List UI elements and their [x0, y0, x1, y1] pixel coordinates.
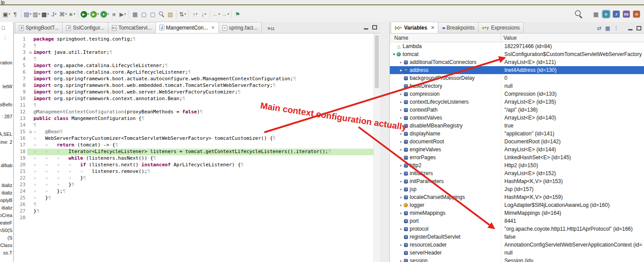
variable-row-address[interactable]: ▸addressInet4Address (id=130): [390, 66, 644, 74]
variable-row-compression[interactable]: ▸compressionCompression (id=133): [390, 90, 644, 98]
line-number[interactable]: 14: [14, 122, 27, 129]
variables-tree[interactable]: △Lambda1822971466 (id=84)▾tomcatSslConfi…: [390, 42, 644, 262]
dropdown-arrow-icon[interactable]: ▾: [38, 12, 40, 16]
dropdown-arrow-icon[interactable]: ▾: [196, 12, 198, 16]
code-line[interactable]: » » return·(tomcat)·->·{¶: [33, 142, 374, 149]
open-resource-icon[interactable]: ▧: [166, 9, 174, 19]
tree-item-fragment[interactable]: A,SEL: [0, 131, 12, 137]
variable-row-resourceLoader[interactable]: ▸resourceLoaderAnnotationConfigServletWe…: [390, 241, 644, 249]
dropdown-arrow-icon[interactable]: ▾: [74, 12, 75, 16]
variable-row-protocol[interactable]: ▸protocol"org.apache.coyote.http11.Http1…: [390, 225, 644, 233]
line-number[interactable]: 13: [14, 116, 27, 122]
left-view-menu-icon[interactable]: ⋮: [3, 35, 7, 41]
tree-item-fragment[interactable]: oCrea: [0, 213, 12, 218]
line-number-gutter[interactable]: 1234567891011121314151617181920212223242…: [14, 34, 27, 262]
open-console-icon[interactable]: ▤▾: [23, 9, 32, 19]
dropdown-arrow-icon[interactable]: ▾: [228, 12, 229, 16]
fold-marker-icon[interactable]: ⊖: [27, 49, 33, 56]
code-line[interactable]: import·java.util.Iterator;¶: [33, 49, 374, 56]
line-number[interactable]: 28: [14, 215, 27, 221]
code-content[interactable]: package·springboot.testing.config;¶¶impo…: [33, 34, 374, 262]
editor-tab-3[interactable]: JMangementCon...✕: [155, 22, 219, 33]
line-number[interactable]: 3: [14, 49, 27, 56]
print-icon[interactable]: ▦: [131, 9, 139, 19]
tab-variables[interactable]: (x)=Variables✕: [391, 22, 438, 33]
expander-icon[interactable]: ▸: [399, 131, 403, 136]
menu-bar[interactable]: lp: [0, 0, 644, 5]
line-number[interactable]: 2: [14, 43, 27, 49]
run-icon[interactable]: ●▾: [100, 9, 110, 19]
code-line[interactable]: import·org.apache.catalina.LifecycleList…: [33, 63, 374, 69]
copy-icon[interactable]: ▢: [140, 9, 148, 19]
dropdown-arrow-icon[interactable]: ▾: [30, 12, 31, 16]
editor-tab-overflow[interactable]: »11: [267, 24, 275, 32]
debug-perspective-icon[interactable]: D: [603, 11, 610, 18]
expander-icon[interactable]: ▸: [399, 243, 403, 247]
expander-icon[interactable]: ▸: [399, 258, 403, 262]
variable-row-engineValves[interactable]: ▸engineValvesArrayList<E> (id=144): [390, 146, 644, 153]
expander-icon[interactable]: ▸: [399, 68, 403, 72]
tree-item-fragment[interactable]: ine: 2: [0, 139, 12, 145]
variable-row-mimeMappings[interactable]: ▸mimeMappingsMimeMappings (id=164): [390, 209, 644, 217]
git-perspective-icon[interactable]: G: [633, 11, 640, 18]
code-line[interactable]: » » };¶: [33, 188, 374, 195]
open-web-browser-icon[interactable]: ▥▾: [32, 9, 41, 19]
scrollbar-thumb[interactable]: [375, 35, 379, 88]
line-number[interactable]: 23: [14, 182, 27, 188]
line-number[interactable]: 8: [14, 82, 27, 89]
variable-row-tomcat[interactable]: ▾tomcatSslConfiguration$CustomTomcatServ…: [390, 50, 644, 58]
close-icon[interactable]: ✕: [431, 25, 434, 30]
debug-run-icon[interactable]: ▶▾: [80, 9, 90, 19]
line-number[interactable]: 6: [14, 69, 27, 76]
line-number[interactable]: 24: [14, 188, 27, 195]
code-line[interactable]: ¶: [33, 122, 374, 129]
dropdown-arrow-icon[interactable]: ▾: [107, 12, 109, 16]
dropdown-arrow-icon[interactable]: ▾: [88, 12, 89, 16]
variable-row-additionalTomcatConnectors[interactable]: ▸additionalTomcatConnectorsArrayList<E> …: [390, 58, 644, 66]
close-icon[interactable]: ✕: [211, 25, 215, 30]
expander-icon[interactable]: ▸: [399, 195, 403, 199]
expander-icon[interactable]: ▸: [399, 227, 403, 231]
tree-item-fragment[interactable]: itializ: [2, 190, 12, 195]
line-number[interactable]: 16: [14, 135, 27, 142]
variable-row-localeCharsetMappings[interactable]: ▸localeCharsetMappingsHashMap<K,V> (id=1…: [390, 193, 644, 201]
expander-icon[interactable]: ▸: [399, 116, 403, 120]
code-line[interactable]: import·org.springframework.boot.web.embe…: [33, 82, 374, 89]
paste-icon[interactable]: ▢: [148, 9, 157, 19]
expander-icon[interactable]: ▸: [399, 163, 403, 168]
dropdown-arrow-icon[interactable]: ▾: [97, 12, 99, 16]
code-line[interactable]: » » » while·(listeners.hasNext())·{¶: [33, 155, 374, 162]
editor-tab-2[interactable]: 01TomcatServl...: [108, 22, 156, 33]
tab-breakpoints[interactable]: ●●Breakpoints: [438, 22, 478, 33]
dropdown-arrow-icon[interactable]: ▾: [185, 12, 186, 16]
tree-item-fragment[interactable]: Class: [0, 243, 12, 248]
line-number[interactable]: 7: [14, 76, 27, 82]
forward-icon[interactable]: →▾: [221, 9, 230, 19]
line-number[interactable]: 19: [14, 155, 27, 162]
code-editor[interactable]: 1234567891011121314151617181920212223242…: [14, 34, 380, 262]
line-number[interactable]: 15: [14, 129, 27, 135]
code-line[interactable]: package·springboot.testing.config;¶: [33, 36, 374, 43]
menu-fragment[interactable]: lp: [1, 0, 5, 5]
sort-icon[interactable]: ⇅▾: [178, 9, 187, 19]
tree-item-fragment[interactable]: ration: [0, 60, 12, 65]
tree-item-fragment[interactable]: sBefo: [0, 102, 12, 107]
expander-icon[interactable]: ▸: [399, 203, 403, 207]
left-view-strip[interactable]: ◻ ⋮ rationletWsBefo: 287A,SELine: 2difia…: [0, 22, 14, 262]
console-display-icon[interactable]: ▩▾: [41, 9, 49, 19]
dropdown-arrow-icon[interactable]: ▾: [124, 12, 126, 16]
line-number[interactable]: 12: [14, 109, 27, 116]
new-wizard-icon[interactable]: ▣▾: [2, 9, 11, 19]
variables-column-header[interactable]: Name Value: [390, 34, 644, 42]
stop-icon[interactable]: ■: [110, 9, 118, 19]
java-application-icon[interactable]: J▾: [50, 9, 58, 19]
code-line[interactable]: [33, 215, 374, 221]
coverage-icon[interactable]: ▶▾: [90, 9, 100, 19]
column-header-value[interactable]: Value: [503, 35, 517, 41]
variable-row-contextValves[interactable]: ▸contextValvesArrayList<E> (id=140): [390, 114, 644, 122]
code-line[interactable]: public·class·MangementConfiguration·{¶: [33, 116, 374, 122]
variable-row-jsp[interactable]: ▸jspJsp (id=157): [390, 185, 644, 193]
code-line[interactable]: ¶: [33, 56, 374, 63]
editor-tab-1[interactable]: JSslConfigur...: [62, 22, 108, 33]
code-line[interactable]: » » » » }¶: [33, 175, 374, 182]
